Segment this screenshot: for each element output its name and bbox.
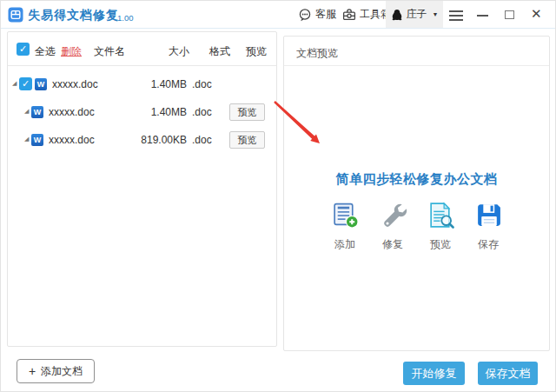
file-size: 1.40MB bbox=[129, 106, 187, 118]
file-format: .doc bbox=[192, 134, 212, 146]
steps-row: 添加 修复 bbox=[284, 201, 549, 252]
table-row[interactable]: ◢ W xxxxx.doc 819.00KB .doc 预览 bbox=[8, 127, 276, 153]
row-checkbox[interactable]: ✓ bbox=[19, 77, 32, 90]
username: 庄子 bbox=[407, 7, 427, 22]
file-name: xxxxx.doc bbox=[49, 106, 95, 118]
step-label: 添加 bbox=[328, 237, 361, 252]
app-logo-icon bbox=[8, 7, 23, 23]
file-list-panel: ✓ 全选 删除 文件名 大小 格式 预览 ◢ ✓ W xxxxx.doc 1.4… bbox=[7, 31, 277, 347]
app-title: 失易得文档修复 bbox=[28, 8, 119, 23]
column-filename: 文件名 bbox=[94, 44, 125, 59]
step-add: 添加 bbox=[328, 201, 361, 252]
select-all-checkbox[interactable]: ✓ bbox=[17, 43, 30, 56]
word-file-icon: W bbox=[31, 134, 43, 146]
preview-button[interactable]: 预览 bbox=[229, 131, 265, 149]
preview-panel-title: 文档预览 bbox=[284, 37, 549, 66]
delete-link[interactable]: 删除 bbox=[61, 44, 82, 59]
word-file-icon: W bbox=[31, 106, 43, 118]
tree-expand-icon[interactable]: ◢ bbox=[12, 80, 17, 87]
file-size: 819.00KB bbox=[129, 134, 187, 146]
customer-service-label: 客服 bbox=[315, 7, 336, 22]
file-format: .doc bbox=[192, 106, 212, 118]
plus-icon: + bbox=[29, 364, 36, 378]
chat-bubble-icon bbox=[298, 8, 312, 22]
document-preview-panel: 文档预览 简单四步轻松修复办公文档 添加 bbox=[283, 36, 550, 351]
table-row[interactable]: ◢ W xxxxx.doc 1.40MB .doc 预览 bbox=[8, 99, 276, 125]
table-row[interactable]: ◢ ✓ W xxxxx.doc 1.40MB .doc bbox=[8, 71, 276, 97]
wrench-icon bbox=[379, 201, 407, 229]
save-document-button[interactable]: 保存文档 bbox=[478, 362, 538, 385]
tree-expand-icon[interactable]: ◢ bbox=[24, 136, 29, 143]
column-preview: 预览 bbox=[246, 44, 267, 59]
preview-button[interactable]: 预览 bbox=[229, 103, 265, 121]
step-label: 修复 bbox=[376, 237, 409, 252]
tree-expand-icon[interactable]: ◢ bbox=[24, 108, 29, 115]
menu-button[interactable] bbox=[449, 10, 463, 23]
step-label: 预览 bbox=[424, 237, 457, 252]
app-version: 1.00 bbox=[117, 13, 134, 23]
titlebar: 失易得文档修复 1.00 客服 工具箱 bbox=[1, 1, 555, 29]
select-all-label[interactable]: 全选 bbox=[35, 44, 56, 59]
step-save: 保存 bbox=[472, 201, 505, 252]
maximize-button[interactable] bbox=[505, 8, 519, 22]
file-name: xxxxx.doc bbox=[49, 134, 95, 146]
customer-service-button[interactable]: 客服 bbox=[298, 1, 336, 28]
user-menu[interactable]: 庄子 ▼ bbox=[386, 1, 443, 28]
floppy-save-icon bbox=[474, 201, 503, 229]
step-label: 保存 bbox=[472, 237, 505, 252]
toolbox-button[interactable]: 工具箱 bbox=[342, 1, 391, 28]
file-name: xxxxx.doc bbox=[52, 78, 98, 90]
step-preview: 预览 bbox=[424, 201, 457, 252]
toolbox-icon bbox=[342, 8, 356, 22]
add-document-icon bbox=[331, 201, 360, 229]
start-repair-button[interactable]: 开始修复 bbox=[403, 362, 465, 385]
file-list-header: ✓ 全选 删除 文件名 大小 格式 预览 bbox=[8, 32, 276, 66]
add-document-label: 添加文档 bbox=[41, 364, 83, 379]
minimize-button[interactable] bbox=[477, 8, 491, 22]
slogan-text: 简单四步轻松修复办公文档 bbox=[284, 171, 549, 188]
file-size: 1.40MB bbox=[129, 78, 187, 90]
preview-magnifier-icon bbox=[427, 201, 455, 229]
penguin-avatar-icon bbox=[391, 9, 403, 21]
file-format: .doc bbox=[192, 78, 212, 90]
add-document-button[interactable]: + 添加文档 bbox=[17, 359, 95, 383]
app-window: 失易得文档修复 1.00 客服 工具箱 bbox=[0, 0, 556, 392]
column-format: 格式 bbox=[209, 44, 230, 59]
step-repair: 修复 bbox=[376, 201, 409, 252]
close-button[interactable]: ✕ bbox=[531, 6, 542, 22]
chevron-down-icon[interactable]: ▼ bbox=[433, 11, 439, 17]
column-size: 大小 bbox=[169, 44, 189, 59]
word-file-icon: W bbox=[35, 78, 47, 90]
steps-block: 简单四步轻松修复办公文档 添加 bbox=[284, 171, 549, 252]
